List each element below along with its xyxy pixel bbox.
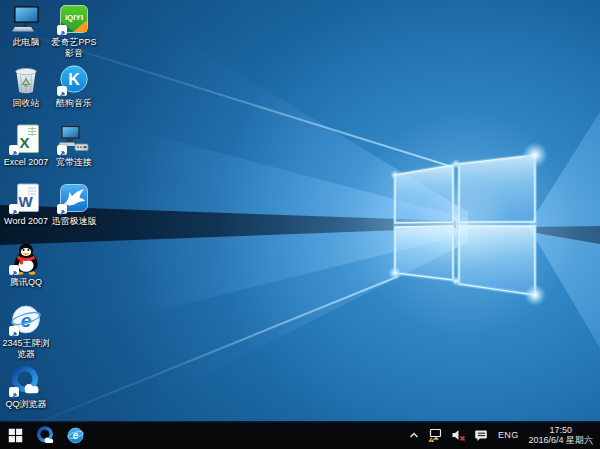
icon-label: 2345王牌浏览器	[2, 338, 50, 360]
icon-label: 爱奇艺PPS 影音	[50, 37, 98, 59]
desktop-icon-this-pc[interactable]: 此电脑	[2, 2, 50, 48]
e-browser-taskbar-icon: e	[66, 426, 85, 445]
svg-text:X: X	[20, 134, 30, 151]
language-indicator[interactable]: ENG	[492, 430, 524, 440]
shortcut-arrow-icon	[57, 25, 67, 35]
this-pc-icon	[9, 2, 43, 36]
shortcut-arrow-icon	[57, 145, 67, 155]
taskbar-e-browser-button[interactable]: e	[60, 421, 90, 449]
desktop-icon-iqiyi-pps[interactable]: iQIYI 爱奇艺PPS 影音	[50, 2, 98, 59]
qq-penguin-icon	[9, 242, 43, 276]
qq-browser-icon	[9, 364, 43, 398]
icon-label: 回收站	[2, 98, 50, 109]
desktop-icon-excel-2007[interactable]: X Excel 2007	[2, 122, 50, 168]
icon-label: 此电脑	[2, 37, 50, 48]
start-button[interactable]	[0, 421, 30, 449]
desktop-icon-kugou-music[interactable]: K 酷狗音乐	[50, 63, 98, 109]
desktop-icon-tencent-qq[interactable]: 腾讯QQ	[2, 242, 50, 288]
xunlei-bird-icon	[57, 181, 91, 215]
chevron-up-icon	[408, 429, 420, 441]
kugou-music-icon: K	[57, 63, 91, 97]
desktop-icon-recycle-bin[interactable]: 回收站	[2, 63, 50, 109]
word-2007-icon: W	[9, 181, 43, 215]
shortcut-arrow-icon	[9, 204, 19, 214]
taskbar-clock[interactable]: 17:50 2016/6/4 星期六	[524, 425, 600, 446]
svg-text:iQIYI: iQIYI	[65, 13, 83, 22]
windows-desktop: 此电脑 iQIYI 爱奇艺PPS 影音	[0, 0, 600, 449]
desktop-icon-xunlei-speed[interactable]: 迅雷极速版	[50, 181, 98, 227]
clock-date: 2016/6/4 星期六	[528, 435, 593, 446]
shortcut-arrow-icon	[57, 204, 67, 214]
clock-time: 17:50	[528, 425, 593, 436]
broadband-connection-icon	[57, 122, 91, 156]
volume-button[interactable]	[447, 421, 470, 449]
shortcut-arrow-icon	[9, 387, 19, 397]
network-warning-icon	[428, 428, 443, 443]
shortcut-arrow-icon	[9, 145, 19, 155]
qq-browser-taskbar-icon	[35, 425, 56, 446]
svg-text:K: K	[68, 71, 80, 88]
action-center-icon	[474, 428, 488, 442]
svg-text:W: W	[19, 193, 34, 210]
action-center-button[interactable]	[470, 421, 492, 449]
taskbar: e	[0, 421, 600, 449]
desktop-icon-broadband-connection[interactable]: 宽带连接	[50, 122, 98, 168]
desktop-icon-word-2007[interactable]: W Word 2007	[2, 181, 50, 227]
shortcut-arrow-icon	[9, 326, 19, 336]
recycle-bin-icon	[9, 63, 43, 97]
speaker-muted-icon	[451, 428, 466, 442]
network-status-button[interactable]	[424, 421, 447, 449]
e-browser-icon: e	[9, 303, 43, 337]
desktop-icon-2345-browser[interactable]: e 2345王牌浏览器	[2, 303, 50, 360]
system-tray: ENG 17:50 2016/6/4 星期六	[404, 421, 600, 449]
windows-start-icon	[8, 428, 23, 443]
taskbar-qq-browser-button[interactable]	[30, 421, 60, 449]
excel-2007-icon: X	[9, 122, 43, 156]
shortcut-arrow-icon	[9, 265, 19, 275]
shortcut-arrow-icon	[57, 86, 67, 96]
show-hidden-icons-button[interactable]	[404, 421, 424, 449]
desktop-icon-qq-browser[interactable]: QQ浏览器	[2, 364, 50, 410]
iqiyi-pps-icon: iQIYI	[57, 2, 91, 36]
